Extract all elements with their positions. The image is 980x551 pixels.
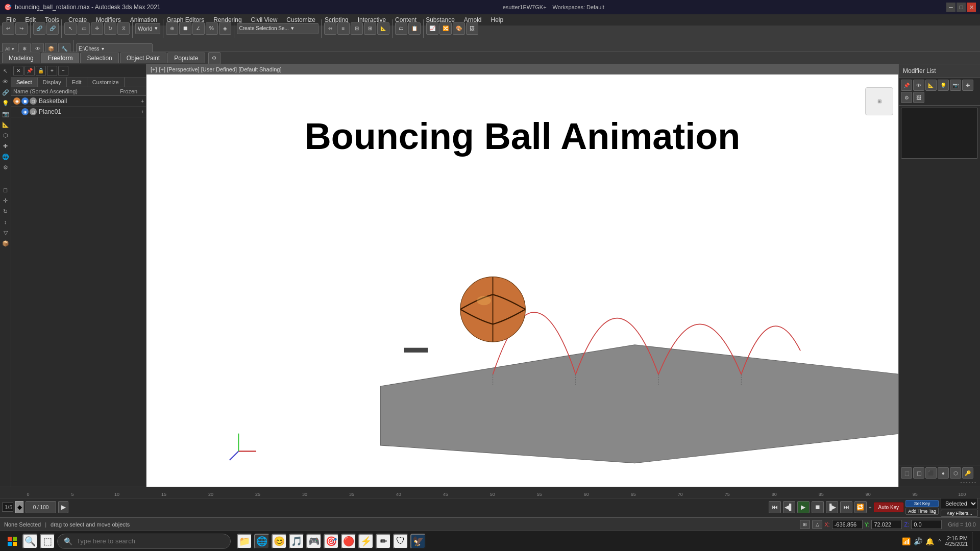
left-icon-container[interactable]: 📦: [1, 239, 10, 248]
left-icon-camera[interactable]: 📷: [1, 109, 10, 118]
left-icon-sys[interactable]: ⚙: [1, 163, 10, 172]
coord-abs[interactable]: △: [812, 520, 822, 529]
sys-icon-battery[interactable]: 🔔: [925, 537, 934, 545]
se-close-btn[interactable]: ✕: [13, 66, 23, 76]
taskbar-chevron[interactable]: ^: [938, 538, 941, 544]
add-time-tag[interactable]: Add Time Tag: [905, 508, 939, 515]
pivot-button[interactable]: ⊕: [166, 22, 178, 35]
start-button[interactable]: [4, 533, 20, 549]
rp-helper[interactable]: ✚: [962, 80, 973, 91]
taskbar-app-battle[interactable]: ⚡: [358, 534, 374, 549]
snap-toggle[interactable]: 🔲: [179, 22, 191, 35]
taskbar-app-more[interactable]: 🛡: [393, 534, 408, 549]
left-icon-move2[interactable]: ✛: [1, 196, 10, 205]
frame-step-fwd[interactable]: ▶: [58, 501, 68, 513]
playback-mode[interactable]: 🔁: [854, 501, 867, 513]
tab-freeform[interactable]: Freeform: [41, 53, 80, 63]
left-icon-select2[interactable]: ◻: [1, 185, 10, 194]
move-button[interactable]: ✛: [91, 22, 103, 35]
auto-key-button[interactable]: Auto Key: [874, 503, 904, 512]
left-icon-shape[interactable]: ⬡: [1, 131, 10, 140]
coord-toggle[interactable]: ⊞: [800, 520, 810, 529]
next-key[interactable]: ▐▶: [826, 501, 838, 513]
taskbar-app-discord[interactable]: 🎮: [306, 534, 322, 549]
window-controls[interactable]: ─ □ ✕: [946, 3, 976, 12]
tab-object-paint[interactable]: Object Paint: [120, 53, 166, 63]
unlink-button[interactable]: 🔗: [46, 22, 59, 35]
scale-button[interactable]: ⧖: [117, 22, 130, 35]
align-button[interactable]: ≡: [337, 22, 350, 35]
rp-render[interactable]: 🖼: [913, 92, 924, 103]
timeline-slider[interactable]: ◆: [15, 501, 23, 513]
rotate-button[interactable]: ↻: [104, 22, 116, 35]
layer-mgr-button[interactable]: 🗂: [395, 22, 407, 35]
selected-dropdown[interactable]: Selected: [941, 498, 978, 509]
se-remove-btn[interactable]: −: [58, 66, 68, 76]
schematic-button[interactable]: 🔀: [439, 22, 452, 35]
taskbar-app-edge[interactable]: 😊: [272, 534, 287, 549]
stop-button[interactable]: ⏹: [812, 501, 824, 513]
percent-snap[interactable]: %: [206, 22, 218, 35]
left-icon-space[interactable]: 🌐: [1, 152, 10, 161]
minimize-button[interactable]: ─: [946, 3, 955, 12]
search-input[interactable]: [77, 537, 224, 545]
left-icon-scale2[interactable]: ↕: [1, 217, 10, 227]
render-button[interactable]: 🖼: [466, 22, 478, 35]
go-to-end[interactable]: ⏭: [840, 501, 852, 513]
sys-icon-network[interactable]: 📶: [902, 537, 911, 545]
taskbar-task-view[interactable]: ⬚: [40, 534, 55, 549]
tab-populate[interactable]: Populate: [167, 53, 205, 63]
frame-input-area[interactable]: 0 / 100: [26, 501, 56, 513]
viewport-plus[interactable]: [+]: [151, 66, 157, 72]
rp-geo[interactable]: 📐: [925, 80, 937, 91]
key-filters-btn[interactable]: Key Filters...: [941, 510, 978, 517]
prev-key[interactable]: ◀▌: [783, 501, 795, 513]
scene-mgr-button[interactable]: 📋: [408, 22, 421, 35]
maximize-button[interactable]: □: [957, 3, 966, 12]
taskbar-app-obs[interactable]: 🔴: [341, 534, 356, 549]
align-view-button[interactable]: ⊟: [351, 22, 363, 35]
taskbar-app-chrome[interactable]: 🌐: [254, 534, 270, 549]
redo-button[interactable]: ↪: [15, 22, 28, 35]
rp-t3[interactable]: ⬛: [925, 467, 937, 479]
selection-set-dropdown[interactable]: Create Selection Se... ▾: [237, 23, 318, 34]
show-desktop-btn[interactable]: [972, 532, 976, 550]
se-add-btn[interactable]: +: [47, 66, 57, 76]
taskbar-app-spotify[interactable]: 🎵: [289, 534, 304, 549]
coord-dropdown[interactable]: World ▾: [135, 23, 160, 34]
close-button[interactable]: ✕: [967, 3, 976, 12]
left-icon-link[interactable]: 🔗: [1, 88, 10, 97]
mirror-button[interactable]: ⇔: [324, 22, 336, 35]
se-tab-display[interactable]: Display: [38, 78, 67, 87]
left-icon-select[interactable]: ↖: [1, 66, 10, 76]
rp-pin[interactable]: 📌: [901, 80, 912, 91]
select-button[interactable]: ↖: [64, 22, 77, 35]
basketball-expand[interactable]: +: [141, 98, 144, 104]
tab-selection[interactable]: Selection: [80, 53, 118, 63]
left-icon-rotate2[interactable]: ↻: [1, 207, 10, 216]
scene-item-plane01[interactable]: ◉ ◻ Plane01 +: [11, 107, 146, 117]
taskbar-app-steam[interactable]: 🎯: [324, 534, 339, 549]
viewport-header[interactable]: [+] [+] [Perspective] [User Defined] [De…: [146, 64, 898, 74]
clock-area[interactable]: 2:16 PM 4/25/2021: [945, 535, 968, 547]
left-icon-geo[interactable]: 📐: [1, 120, 10, 129]
rp-t6[interactable]: 🔑: [962, 467, 973, 479]
viewport[interactable]: [+] [+] [Perspective] [User Defined] [De…: [146, 64, 898, 487]
menu-help[interactable]: Help: [487, 15, 508, 24]
select-link-button[interactable]: 🔗: [33, 22, 45, 35]
go-to-start[interactable]: ⏮: [769, 501, 781, 513]
taskbar-app-explorer[interactable]: 📁: [237, 534, 252, 549]
rp-light[interactable]: 💡: [938, 80, 949, 91]
se-tab-select[interactable]: Select: [11, 78, 38, 87]
undo-button[interactable]: ↩: [2, 22, 14, 35]
set-key-button[interactable]: Set Key: [905, 500, 939, 507]
z-field[interactable]: [911, 520, 942, 529]
array-button[interactable]: ⊞: [364, 22, 376, 35]
se-tab-edit[interactable]: Edit: [67, 78, 87, 87]
rp-display[interactable]: 👁: [913, 80, 924, 91]
rp-t1[interactable]: ⬚: [901, 467, 912, 479]
sys-icon-sound[interactable]: 🔊: [914, 537, 922, 545]
select-region-button[interactable]: ▭: [78, 22, 90, 35]
taskbar-app-3ds[interactable]: 🦅: [410, 534, 426, 549]
material-editor-button[interactable]: 🎨: [453, 22, 465, 35]
